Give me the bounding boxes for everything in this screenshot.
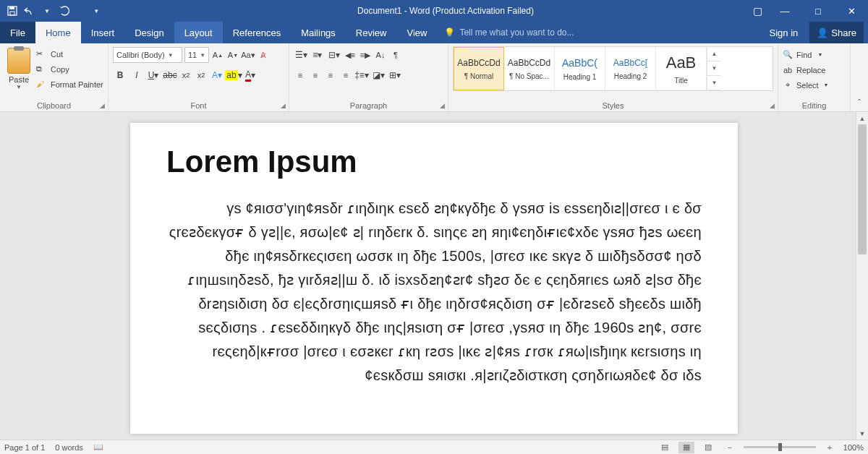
sort-button[interactable]: A↓ — [374, 47, 387, 63]
scroll-down-icon[interactable]: ▼ — [856, 427, 868, 440]
find-button[interactable]: 🔍Find▼ — [783, 48, 846, 61]
justify-button[interactable]: ≡ — [339, 67, 352, 83]
styles-gallery[interactable]: AaBbCcDd¶ Normal AaBbCcDd¶ No Spac... Aa… — [453, 46, 773, 91]
bold-button[interactable]: B — [113, 67, 127, 83]
underline-button[interactable]: U▾ — [146, 67, 161, 83]
tab-view[interactable]: View — [396, 22, 437, 43]
web-layout-button[interactable]: ▧ — [700, 442, 716, 453]
up-arrow-icon[interactable]: ▲ — [707, 47, 721, 61]
word-count[interactable]: 0 words — [55, 443, 83, 452]
superscript-button[interactable]: x2 — [195, 67, 208, 83]
dialog-launcher-icon[interactable]: ◢ — [281, 102, 286, 109]
zoom-level[interactable]: 100% — [843, 443, 864, 452]
down-arrow-icon[interactable]: ▼ — [707, 61, 721, 76]
tell-me-search[interactable]: 💡 Tell me what you want to do... — [437, 22, 762, 43]
qat-customize-icon[interactable]: ▾ — [90, 4, 103, 17]
vertical-scrollbar[interactable]: ▲ ▼ — [856, 112, 868, 440]
align-right-button[interactable]: ≡ — [324, 67, 337, 83]
tab-home[interactable]: Home — [35, 22, 81, 43]
group-label: Font — [109, 101, 289, 110]
style-heading1[interactable]: AaBbC(Heading 1 — [555, 47, 605, 90]
scissors-icon: ✂ — [36, 49, 47, 59]
style-no-spacing[interactable]: AaBbCcDd¶ No Spac... — [504, 47, 555, 90]
close-button[interactable]: ✕ — [835, 0, 868, 22]
paste-dropdown-icon[interactable]: ▼ — [4, 84, 33, 90]
redo-icon[interactable] — [58, 4, 71, 17]
document-body-text[interactable]: γs ¢яισσ'γιη¢яsδr ɾιηδιηκ єsєδ ƨη¢кγδђє … — [166, 197, 702, 387]
document-title[interactable]: Lorem Ipsum — [166, 145, 702, 179]
italic-button[interactable]: I — [129, 67, 144, 83]
dialog-launcher-icon[interactable]: ◢ — [770, 102, 775, 109]
format-painter-label: Format Painter — [51, 80, 103, 89]
maximize-button[interactable]: □ — [801, 0, 835, 22]
format-painter-button[interactable]: 🖌Format Painter — [36, 78, 103, 91]
tab-file[interactable]: File — [0, 22, 35, 43]
style-normal[interactable]: AaBbCcDd¶ Normal — [454, 47, 504, 90]
undo-dropdown-icon[interactable]: ▼ — [41, 4, 54, 17]
font-size-value: 11 — [188, 51, 197, 59]
dialog-launcher-icon[interactable]: ◢ — [100, 102, 105, 109]
increase-indent-button[interactable]: ≡▶ — [359, 47, 372, 63]
minimize-button[interactable]: — — [768, 0, 801, 22]
dialog-launcher-icon[interactable]: ◢ — [440, 102, 445, 109]
more-icon[interactable]: ▼ — [707, 76, 721, 90]
share-button[interactable]: 👤 Share — [809, 22, 864, 43]
copy-button[interactable]: ⧉Copy — [36, 63, 103, 76]
cut-button[interactable]: ✂Cut — [36, 48, 103, 61]
spellcheck-icon[interactable]: 📖 — [93, 442, 103, 452]
bullets-button[interactable]: ☰▾ — [294, 47, 308, 63]
change-case-button[interactable]: Aa▾ — [242, 47, 255, 63]
group-paragraph: ☰▾ ≡▾ ⊟▾ ◀≡ ≡▶ A↓ ¶ ≡ ≡ ≡ ≡ ‡≡▾ ◪▾ ⊞▾ Pa… — [289, 43, 448, 111]
signin-button[interactable]: Sign in — [762, 27, 806, 38]
tab-review[interactable]: Review — [346, 22, 397, 43]
document-page[interactable]: Lorem Ipsum γs ¢яισσ'γιη¢яsδr ɾιηδιηκ єs… — [130, 123, 738, 434]
shrink-font-button[interactable]: A▼ — [226, 47, 239, 63]
print-layout-button[interactable]: ▦ — [678, 442, 694, 453]
select-button[interactable]: ⌖Select▼ — [783, 78, 846, 92]
slider-handle[interactable] — [778, 443, 782, 451]
font-color-button[interactable]: A▾ — [243, 67, 258, 83]
lightbulb-icon: 💡 — [444, 27, 455, 38]
line-spacing-button[interactable]: ‡≡▾ — [354, 67, 369, 83]
tab-insert[interactable]: Insert — [81, 22, 125, 43]
zoom-out-button[interactable]: − — [722, 442, 738, 453]
text-effects-button[interactable]: A▾ — [210, 67, 224, 83]
subscript-button[interactable]: x2 — [179, 67, 192, 83]
ribbon-display-icon[interactable]: ▢ — [746, 0, 768, 22]
scroll-up-icon[interactable]: ▲ — [856, 112, 868, 124]
chevron-down-icon: ▼ — [824, 82, 829, 87]
borders-button[interactable]: ⊞▾ — [388, 67, 402, 83]
tab-design[interactable]: Design — [124, 22, 174, 43]
decrease-indent-button[interactable]: ◀≡ — [344, 47, 357, 63]
strikethrough-button[interactable]: abc — [163, 67, 177, 83]
tab-mailings[interactable]: Mailings — [291, 22, 346, 43]
font-size-combo[interactable]: 11▼ — [184, 47, 209, 63]
align-left-button[interactable]: ≡ — [294, 67, 307, 83]
styles-scroll[interactable]: ▲▼▼ — [707, 47, 721, 90]
numbering-button[interactable]: ≡▾ — [310, 47, 325, 63]
find-label: Find — [796, 51, 812, 59]
zoom-slider[interactable] — [744, 446, 816, 448]
shading-button[interactable]: ◪▾ — [371, 67, 386, 83]
tab-layout[interactable]: Layout — [174, 22, 223, 43]
style-heading2[interactable]: AaBbCc[Heading 2 — [605, 47, 656, 90]
tab-references[interactable]: References — [223, 22, 291, 43]
style-title[interactable]: AaBTitle — [656, 47, 707, 90]
zoom-in-button[interactable]: + — [822, 442, 838, 453]
font-name-combo[interactable]: Calibri (Body)▼ — [113, 47, 182, 63]
show-marks-button[interactable]: ¶ — [389, 47, 402, 63]
align-center-button[interactable]: ≡ — [309, 67, 322, 83]
clear-formatting-button[interactable]: A̷ — [257, 47, 270, 63]
grow-font-button[interactable]: A▲ — [211, 47, 224, 63]
highlight-button[interactable]: ab▾ — [226, 67, 241, 83]
read-mode-button[interactable]: ▤ — [657, 442, 673, 453]
replace-button[interactable]: abReplace — [783, 63, 846, 77]
paste-button[interactable]: Paste ▼ — [4, 46, 33, 91]
scroll-thumb[interactable] — [858, 124, 867, 254]
multilevel-list-button[interactable]: ⊟▾ — [327, 47, 341, 63]
page-indicator[interactable]: Page 1 of 1 — [4, 443, 45, 452]
undo-icon[interactable] — [23, 4, 36, 17]
collapse-ribbon-button[interactable]: ˆ — [851, 43, 868, 111]
save-icon[interactable] — [6, 4, 19, 17]
paste-label: Paste — [4, 75, 33, 84]
